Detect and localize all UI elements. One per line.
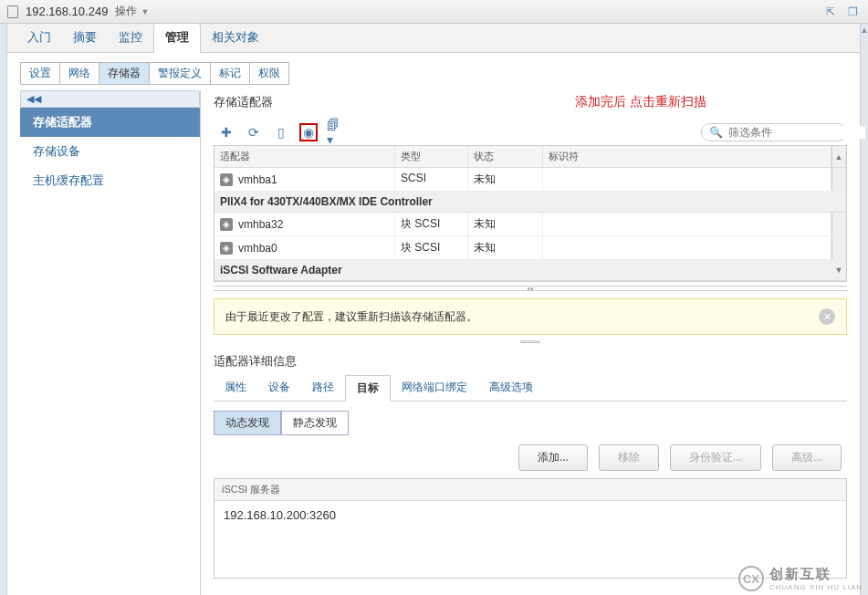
close-icon[interactable]: ✕ [819,308,835,325]
col-status[interactable]: 状态 [468,146,543,167]
add-button[interactable]: 添加... [518,444,588,471]
watermark-logo-icon: CX [738,566,764,591]
tab-manage[interactable]: 管理 [153,23,201,53]
tab-getting-started[interactable]: 入门 [16,24,62,52]
sidebar-collapse-button[interactable]: ◀◀ [20,90,200,108]
titlebar: 192.168.10.249 操作 ▼ ⇱ ❐ [0,0,868,24]
tab-related[interactable]: 相关对象 [201,24,270,52]
detail-tabs: 属性 设备 路径 目标 网络端口绑定 高级选项 [214,375,847,402]
sub-tabs: 设置 网络 存储器 警报定义 标记 权限 [20,62,847,85]
subtab-network[interactable]: 网络 [59,62,99,85]
dtab-advanced[interactable]: 高级选项 [478,375,544,401]
iscsi-server-list: iSCSI 服务器 192.168.10.200:3260 [214,478,847,579]
discover-tabs: 动态发现 静态发现 [214,411,847,435]
server-list-item[interactable]: 192.168.10.200:3260 [214,501,846,529]
adapter-icon: ◈ [220,218,233,231]
copy-button[interactable]: 🗐▾ [327,123,345,141]
advanced-button[interactable]: 高级... [772,444,842,471]
left-window-edge [0,24,7,595]
caret-down-icon: ▼ [141,7,149,16]
dtab-devices[interactable]: 设备 [257,375,301,401]
subtab-settings[interactable]: 设置 [20,62,60,85]
col-adapter[interactable]: 适配器 [214,146,395,167]
filter-input[interactable] [728,126,865,139]
rescan-storage-button[interactable]: ▯ [272,123,290,141]
filter-box[interactable]: 🔍 ▼ [701,123,847,141]
alert-text: 由于最近更改了配置，建议重新扫描该存储适配器。 [225,309,477,325]
subtab-storage[interactable]: 存储器 [99,62,150,85]
dtab-targets[interactable]: 目标 [345,375,391,402]
table-group-row[interactable]: iSCSI Software Adapter▼ [214,260,846,281]
right-scrollbar[interactable]: ▲ [860,24,868,595]
adapter-icon: ◈ [220,173,233,186]
window-action-1-icon[interactable]: ⇱ [822,5,839,19]
sidebar-item-devices[interactable]: 存储设备 [20,137,200,166]
server-list-header[interactable]: iSCSI 服务器 [214,479,846,501]
toolbar: ✚ ⟳ ▯ ◉ 🗐▾ [214,123,345,141]
sidebar-item-host-cache[interactable]: 主机缓存配置 [20,166,200,195]
tab-monitor[interactable]: 监控 [108,24,153,52]
col-id[interactable]: 标识符 [543,146,831,167]
adapter-grid: 适配器 类型 状态 标识符 ▲ ◈vmhba1 SCSI 未知 PIIX4 fo… [214,145,847,282]
table-row[interactable]: ◈vmhba1 SCSI 未知 [214,168,846,192]
host-icon [7,5,18,18]
main-pane: 存储适配器 添加完后 点击重新扫描 ✚ ⟳ ▯ ◉ 🗐▾ 🔍 ▼ [201,90,847,595]
watermark: CX 创新互联 CHUANG XIN HU LIAN [738,566,863,591]
add-adapter-button[interactable]: ✚ [217,123,235,141]
adapter-icon: ◈ [220,242,233,255]
discover-dynamic-button[interactable]: 动态发现 [214,411,281,435]
horizontal-splitter[interactable]: •• [214,286,847,291]
details-title: 适配器详细信息 [214,353,847,370]
table-row[interactable]: ◈vmhba32 块 SCSI 未知 [214,213,846,236]
dtab-paths[interactable]: 路径 [301,375,345,401]
subtab-tags[interactable]: 标记 [210,62,250,85]
horizontal-splitter-2[interactable]: ═══ [214,339,847,344]
actions-menu[interactable]: 操作 ▼ [115,4,149,19]
remove-button[interactable]: 移除 [599,444,659,471]
auth-button[interactable]: 身份验证... [670,444,761,471]
alert-banner: 由于最近更改了配置，建议重新扫描该存储适配器。 ✕ [214,298,847,335]
target-action-buttons: 添加... 移除 身份验证... 高级... [214,444,847,471]
rescan-adapter-button[interactable]: ◉ [299,123,318,141]
window-action-2-icon[interactable]: ❐ [844,5,861,19]
host-ip: 192.168.10.249 [26,5,108,18]
subtab-permissions[interactable]: 权限 [249,62,289,85]
refresh-button[interactable]: ⟳ [245,123,263,141]
tab-summary[interactable]: 摘要 [62,24,108,52]
subtab-alarms[interactable]: 警报定义 [149,62,211,85]
sidebar-item-adapters[interactable]: 存储适配器 [20,108,200,137]
grid-header: 适配器 类型 状态 标识符 ▲ [214,146,846,168]
main-tabs: 入门 摘要 监控 管理 相关对象 [7,24,860,53]
sidebar: ◀◀ 存储适配器 存储设备 主机缓存配置 [20,90,201,595]
annotation-text: 添加完后 点击重新扫描 [575,94,706,110]
dtab-properties[interactable]: 属性 [214,375,257,401]
dtab-port-binding[interactable]: 网络端口绑定 [391,375,478,401]
search-icon: 🔍 [709,126,723,139]
table-row[interactable]: ◈vmhba0 块 SCSI 未知 [214,236,846,260]
discover-static-button[interactable]: 静态发现 [281,411,349,435]
grid-scroll-up[interactable]: ▲ [831,146,846,167]
section-title: 存储适配器 [214,94,847,110]
col-type[interactable]: 类型 [395,146,468,167]
table-group-row[interactable]: PIIX4 for 430TX/440BX/MX IDE Controller [214,192,846,213]
